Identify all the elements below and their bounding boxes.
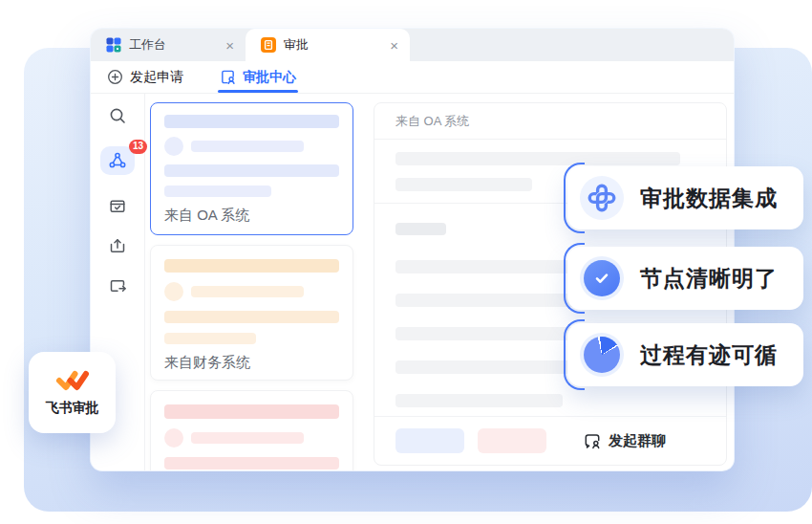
card-third-system[interactable]	[150, 390, 353, 470]
panel-header: 来自 OA 系统	[374, 103, 726, 140]
approval-source-list: 来自 OA 系统 来自财务系统	[145, 94, 362, 470]
placeholder-bar	[191, 141, 304, 152]
placeholder-bar	[164, 164, 339, 177]
close-icon[interactable]: ×	[225, 38, 234, 53]
feature-label: 审批数据集成	[640, 184, 778, 213]
icon-halo	[580, 176, 624, 220]
placeholder-bar	[164, 457, 339, 469]
reject-button-placeholder[interactable]	[478, 428, 546, 453]
approval-doc-icon	[261, 37, 276, 53]
feature-label: 节点清晰明了	[640, 264, 778, 294]
card-oa-system[interactable]: 来自 OA 系统	[150, 102, 353, 235]
card-caption: 来自财务系统	[164, 354, 339, 372]
feature-label: 过程有迹可循	[640, 340, 778, 370]
approval-center-icon	[220, 69, 236, 85]
app-badge-label: 飞书审批	[46, 400, 99, 417]
pie-chart-icon	[584, 337, 620, 373]
feature-badge-integration: 审批数据集成	[567, 166, 803, 229]
tab-strip: 工作台 × 审批 ×	[91, 29, 734, 61]
notification-count-badge: 13	[129, 140, 147, 154]
tab-approval[interactable]: 审批 ×	[246, 29, 410, 61]
placeholder-bar	[164, 186, 271, 197]
placeholder-bar	[191, 432, 304, 444]
subnav: 发起申请 审批中心	[91, 61, 734, 94]
tab-approval-label: 审批	[284, 36, 309, 54]
workbench-grid-icon	[106, 37, 121, 53]
close-icon[interactable]: ×	[390, 38, 398, 53]
todo-box-icon[interactable]	[108, 196, 127, 215]
placeholder-bar	[191, 286, 304, 297]
card-caption: 来自 OA 系统	[164, 207, 339, 225]
forward-box-icon[interactable]	[108, 276, 127, 295]
icon-halo	[580, 256, 624, 300]
placeholder-bar	[164, 311, 339, 323]
placeholder-bar	[395, 152, 680, 165]
check-circle-icon	[584, 260, 620, 296]
placeholder-bar	[395, 394, 563, 407]
placeholder-bar	[164, 259, 339, 273]
group-chat-label: 发起群聊	[609, 432, 666, 450]
avatar	[164, 282, 183, 301]
search-icon[interactable]	[108, 106, 127, 125]
approval-app-icon[interactable]: 13	[100, 146, 135, 175]
tab-workbench-label: 工作台	[129, 36, 166, 54]
icon-halo	[580, 333, 624, 377]
group-chat-icon	[583, 431, 602, 450]
feishu-approval-badge: 飞书审批	[29, 352, 116, 433]
feature-badge-traceable: 过程有迹可循	[567, 323, 803, 386]
subnav-approval-center[interactable]: 审批中心	[220, 61, 296, 93]
tab-workbench[interactable]: 工作台 ×	[91, 29, 246, 61]
submitted-tray-icon[interactable]	[108, 236, 127, 255]
placeholder-bar	[395, 178, 532, 191]
panel-footer: 发起群聊	[374, 416, 726, 465]
placeholder-bar	[395, 223, 446, 235]
integration-icon	[586, 182, 618, 214]
placeholder-bar	[164, 115, 339, 128]
card-finance-system[interactable]: 来自财务系统	[150, 245, 353, 381]
subnav-center-label: 审批中心	[243, 69, 296, 86]
placeholder-bar	[164, 404, 339, 419]
start-group-chat-button[interactable]: 发起群聊	[583, 431, 666, 450]
feature-badge-clear-nodes: 节点清晰明了	[567, 247, 803, 310]
avatar	[164, 428, 183, 448]
approve-button-placeholder[interactable]	[395, 428, 464, 453]
double-check-logo-icon	[54, 368, 91, 393]
subnav-initiate-label: 发起申请	[130, 69, 183, 86]
avatar	[164, 137, 183, 156]
plus-circle-icon	[107, 69, 123, 85]
subnav-initiate-request[interactable]: 发起申请	[107, 61, 183, 93]
placeholder-bar	[164, 333, 256, 344]
